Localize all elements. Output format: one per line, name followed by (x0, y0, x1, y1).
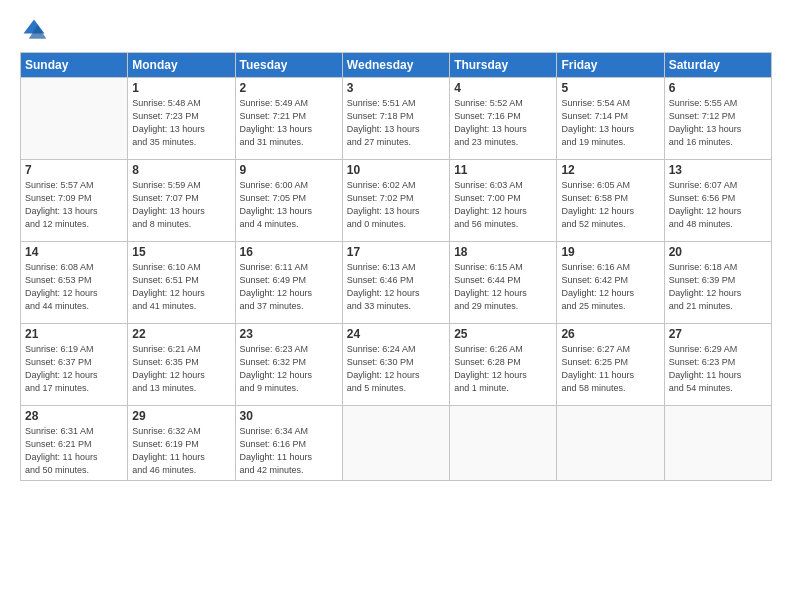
calendar-cell: 2Sunrise: 5:49 AM Sunset: 7:21 PM Daylig… (235, 78, 342, 160)
page: SundayMondayTuesdayWednesdayThursdayFrid… (0, 0, 792, 612)
day-number: 5 (561, 81, 659, 95)
day-info: Sunrise: 6:26 AM Sunset: 6:28 PM Dayligh… (454, 343, 552, 395)
day-info: Sunrise: 6:34 AM Sunset: 6:16 PM Dayligh… (240, 425, 338, 477)
day-number: 3 (347, 81, 445, 95)
day-info: Sunrise: 5:49 AM Sunset: 7:21 PM Dayligh… (240, 97, 338, 149)
day-info: Sunrise: 6:32 AM Sunset: 6:19 PM Dayligh… (132, 425, 230, 477)
day-number: 22 (132, 327, 230, 341)
calendar-cell: 6Sunrise: 5:55 AM Sunset: 7:12 PM Daylig… (664, 78, 771, 160)
day-number: 2 (240, 81, 338, 95)
calendar-cell (557, 406, 664, 481)
day-info: Sunrise: 5:55 AM Sunset: 7:12 PM Dayligh… (669, 97, 767, 149)
day-info: Sunrise: 5:48 AM Sunset: 7:23 PM Dayligh… (132, 97, 230, 149)
calendar: SundayMondayTuesdayWednesdayThursdayFrid… (20, 52, 772, 481)
calendar-cell: 11Sunrise: 6:03 AM Sunset: 7:00 PM Dayli… (450, 160, 557, 242)
logo (20, 16, 52, 44)
day-number: 12 (561, 163, 659, 177)
day-number: 28 (25, 409, 123, 423)
calendar-cell: 18Sunrise: 6:15 AM Sunset: 6:44 PM Dayli… (450, 242, 557, 324)
day-number: 13 (669, 163, 767, 177)
day-info: Sunrise: 5:57 AM Sunset: 7:09 PM Dayligh… (25, 179, 123, 231)
day-info: Sunrise: 6:13 AM Sunset: 6:46 PM Dayligh… (347, 261, 445, 313)
calendar-cell: 14Sunrise: 6:08 AM Sunset: 6:53 PM Dayli… (21, 242, 128, 324)
day-number: 15 (132, 245, 230, 259)
calendar-cell: 29Sunrise: 6:32 AM Sunset: 6:19 PM Dayli… (128, 406, 235, 481)
calendar-cell: 5Sunrise: 5:54 AM Sunset: 7:14 PM Daylig… (557, 78, 664, 160)
day-number: 11 (454, 163, 552, 177)
day-number: 26 (561, 327, 659, 341)
day-info: Sunrise: 5:59 AM Sunset: 7:07 PM Dayligh… (132, 179, 230, 231)
day-number: 8 (132, 163, 230, 177)
calendar-cell: 9Sunrise: 6:00 AM Sunset: 7:05 PM Daylig… (235, 160, 342, 242)
calendar-cell: 20Sunrise: 6:18 AM Sunset: 6:39 PM Dayli… (664, 242, 771, 324)
day-number: 18 (454, 245, 552, 259)
day-number: 17 (347, 245, 445, 259)
calendar-cell: 15Sunrise: 6:10 AM Sunset: 6:51 PM Dayli… (128, 242, 235, 324)
day-number: 6 (669, 81, 767, 95)
day-number: 16 (240, 245, 338, 259)
calendar-cell: 24Sunrise: 6:24 AM Sunset: 6:30 PM Dayli… (342, 324, 449, 406)
header (20, 16, 772, 44)
calendar-cell: 8Sunrise: 5:59 AM Sunset: 7:07 PM Daylig… (128, 160, 235, 242)
day-info: Sunrise: 6:19 AM Sunset: 6:37 PM Dayligh… (25, 343, 123, 395)
calendar-cell: 12Sunrise: 6:05 AM Sunset: 6:58 PM Dayli… (557, 160, 664, 242)
day-info: Sunrise: 6:07 AM Sunset: 6:56 PM Dayligh… (669, 179, 767, 231)
day-info: Sunrise: 5:54 AM Sunset: 7:14 PM Dayligh… (561, 97, 659, 149)
calendar-cell: 1Sunrise: 5:48 AM Sunset: 7:23 PM Daylig… (128, 78, 235, 160)
day-number: 20 (669, 245, 767, 259)
day-info: Sunrise: 6:02 AM Sunset: 7:02 PM Dayligh… (347, 179, 445, 231)
day-number: 7 (25, 163, 123, 177)
calendar-cell: 22Sunrise: 6:21 AM Sunset: 6:35 PM Dayli… (128, 324, 235, 406)
calendar-cell (450, 406, 557, 481)
day-number: 27 (669, 327, 767, 341)
day-info: Sunrise: 6:23 AM Sunset: 6:32 PM Dayligh… (240, 343, 338, 395)
day-number: 30 (240, 409, 338, 423)
week-row-5: 28Sunrise: 6:31 AM Sunset: 6:21 PM Dayli… (21, 406, 772, 481)
day-info: Sunrise: 6:31 AM Sunset: 6:21 PM Dayligh… (25, 425, 123, 477)
calendar-cell: 13Sunrise: 6:07 AM Sunset: 6:56 PM Dayli… (664, 160, 771, 242)
calendar-cell: 23Sunrise: 6:23 AM Sunset: 6:32 PM Dayli… (235, 324, 342, 406)
calendar-cell: 19Sunrise: 6:16 AM Sunset: 6:42 PM Dayli… (557, 242, 664, 324)
day-info: Sunrise: 6:18 AM Sunset: 6:39 PM Dayligh… (669, 261, 767, 313)
day-info: Sunrise: 6:24 AM Sunset: 6:30 PM Dayligh… (347, 343, 445, 395)
day-number: 1 (132, 81, 230, 95)
day-info: Sunrise: 6:10 AM Sunset: 6:51 PM Dayligh… (132, 261, 230, 313)
day-number: 25 (454, 327, 552, 341)
weekday-header-tuesday: Tuesday (235, 53, 342, 78)
calendar-cell: 3Sunrise: 5:51 AM Sunset: 7:18 PM Daylig… (342, 78, 449, 160)
logo-icon (20, 16, 48, 44)
day-number: 14 (25, 245, 123, 259)
calendar-cell: 4Sunrise: 5:52 AM Sunset: 7:16 PM Daylig… (450, 78, 557, 160)
week-row-3: 14Sunrise: 6:08 AM Sunset: 6:53 PM Dayli… (21, 242, 772, 324)
day-number: 21 (25, 327, 123, 341)
calendar-cell: 21Sunrise: 6:19 AM Sunset: 6:37 PM Dayli… (21, 324, 128, 406)
weekday-header-monday: Monday (128, 53, 235, 78)
calendar-cell: 17Sunrise: 6:13 AM Sunset: 6:46 PM Dayli… (342, 242, 449, 324)
weekday-header-row: SundayMondayTuesdayWednesdayThursdayFrid… (21, 53, 772, 78)
weekday-header-saturday: Saturday (664, 53, 771, 78)
day-info: Sunrise: 6:03 AM Sunset: 7:00 PM Dayligh… (454, 179, 552, 231)
week-row-4: 21Sunrise: 6:19 AM Sunset: 6:37 PM Dayli… (21, 324, 772, 406)
calendar-cell: 28Sunrise: 6:31 AM Sunset: 6:21 PM Dayli… (21, 406, 128, 481)
day-info: Sunrise: 5:51 AM Sunset: 7:18 PM Dayligh… (347, 97, 445, 149)
calendar-cell (664, 406, 771, 481)
day-info: Sunrise: 6:29 AM Sunset: 6:23 PM Dayligh… (669, 343, 767, 395)
day-info: Sunrise: 6:15 AM Sunset: 6:44 PM Dayligh… (454, 261, 552, 313)
day-info: Sunrise: 5:52 AM Sunset: 7:16 PM Dayligh… (454, 97, 552, 149)
weekday-header-thursday: Thursday (450, 53, 557, 78)
calendar-cell (342, 406, 449, 481)
day-info: Sunrise: 6:11 AM Sunset: 6:49 PM Dayligh… (240, 261, 338, 313)
day-number: 19 (561, 245, 659, 259)
day-info: Sunrise: 6:21 AM Sunset: 6:35 PM Dayligh… (132, 343, 230, 395)
calendar-cell: 10Sunrise: 6:02 AM Sunset: 7:02 PM Dayli… (342, 160, 449, 242)
calendar-cell: 27Sunrise: 6:29 AM Sunset: 6:23 PM Dayli… (664, 324, 771, 406)
day-number: 29 (132, 409, 230, 423)
day-info: Sunrise: 6:00 AM Sunset: 7:05 PM Dayligh… (240, 179, 338, 231)
week-row-1: 1Sunrise: 5:48 AM Sunset: 7:23 PM Daylig… (21, 78, 772, 160)
day-info: Sunrise: 6:05 AM Sunset: 6:58 PM Dayligh… (561, 179, 659, 231)
weekday-header-wednesday: Wednesday (342, 53, 449, 78)
calendar-cell: 25Sunrise: 6:26 AM Sunset: 6:28 PM Dayli… (450, 324, 557, 406)
calendar-cell: 26Sunrise: 6:27 AM Sunset: 6:25 PM Dayli… (557, 324, 664, 406)
week-row-2: 7Sunrise: 5:57 AM Sunset: 7:09 PM Daylig… (21, 160, 772, 242)
calendar-cell: 7Sunrise: 5:57 AM Sunset: 7:09 PM Daylig… (21, 160, 128, 242)
